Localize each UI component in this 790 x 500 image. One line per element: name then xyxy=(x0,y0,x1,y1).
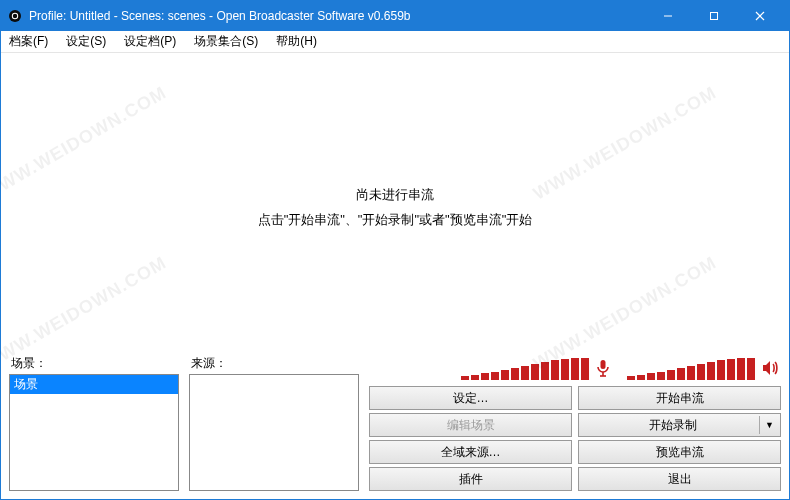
scenes-label: 场景： xyxy=(9,355,179,372)
svg-rect-4 xyxy=(711,13,718,20)
list-item[interactable]: 场景 xyxy=(10,375,178,394)
speaker-icon[interactable] xyxy=(761,359,779,380)
app-window: Profile: Untitled - Scenes: scenes - Ope… xyxy=(0,0,790,500)
controls-column: 设定… 开始串流 编辑场景 开始录制 全域来源… 预览串流 插件 退出 xyxy=(369,355,781,491)
global-sources-button[interactable]: 全域来源… xyxy=(369,440,572,464)
start-record-button[interactable]: 开始录制 xyxy=(578,413,781,437)
speaker-meter[interactable] xyxy=(627,358,779,380)
svg-rect-7 xyxy=(601,360,606,369)
close-button[interactable] xyxy=(737,1,783,31)
start-stream-button[interactable]: 开始串流 xyxy=(578,386,781,410)
bottom-panel: 场景： 场景 来源： xyxy=(9,355,781,491)
menu-file[interactable]: 档案(F) xyxy=(5,31,52,52)
exit-button[interactable]: 退出 xyxy=(578,467,781,491)
mic-meter-bars xyxy=(461,358,589,380)
mic-meter[interactable] xyxy=(461,358,611,380)
sources-column: 来源： xyxy=(189,355,359,491)
edit-scene-button[interactable]: 编辑场景 xyxy=(369,413,572,437)
preview-stream-button[interactable]: 预览串流 xyxy=(578,440,781,464)
sources-label: 来源： xyxy=(189,355,359,372)
menu-help[interactable]: 帮助(H) xyxy=(272,31,321,52)
content-area: 尚未进行串流 点击"开始串流"、"开始录制"或者"预览串流"开始 场景： 场景 … xyxy=(1,53,789,499)
svg-point-2 xyxy=(13,14,17,18)
minimize-button[interactable] xyxy=(645,1,691,31)
app-icon xyxy=(7,8,23,24)
scenes-column: 场景： 场景 xyxy=(9,355,179,491)
titlebar: Profile: Untitled - Scenes: scenes - Ope… xyxy=(1,1,789,31)
window-title: Profile: Untitled - Scenes: scenes - Ope… xyxy=(29,9,645,23)
window-controls xyxy=(645,1,783,31)
scenes-listbox[interactable]: 场景 xyxy=(9,374,179,491)
microphone-icon[interactable] xyxy=(595,359,611,380)
speaker-meter-bars xyxy=(627,358,755,380)
status-line-2: 点击"开始串流"、"开始录制"或者"预览串流"开始 xyxy=(1,208,789,233)
sources-listbox[interactable] xyxy=(189,374,359,491)
preview-placeholder: 尚未进行串流 点击"开始串流"、"开始录制"或者"预览串流"开始 xyxy=(1,183,789,232)
button-grid: 设定… 开始串流 编辑场景 开始录制 全域来源… 预览串流 插件 退出 xyxy=(369,386,781,491)
menu-scene-collection[interactable]: 场景集合(S) xyxy=(190,31,262,52)
menubar: 档案(F) 设定(S) 设定档(P) 场景集合(S) 帮助(H) xyxy=(1,31,789,53)
settings-button[interactable]: 设定… xyxy=(369,386,572,410)
audio-meters xyxy=(369,355,781,380)
menu-settings[interactable]: 设定(S) xyxy=(62,31,110,52)
plugins-button[interactable]: 插件 xyxy=(369,467,572,491)
status-line-1: 尚未进行串流 xyxy=(1,183,789,208)
maximize-button[interactable] xyxy=(691,1,737,31)
menu-profiles[interactable]: 设定档(P) xyxy=(120,31,180,52)
